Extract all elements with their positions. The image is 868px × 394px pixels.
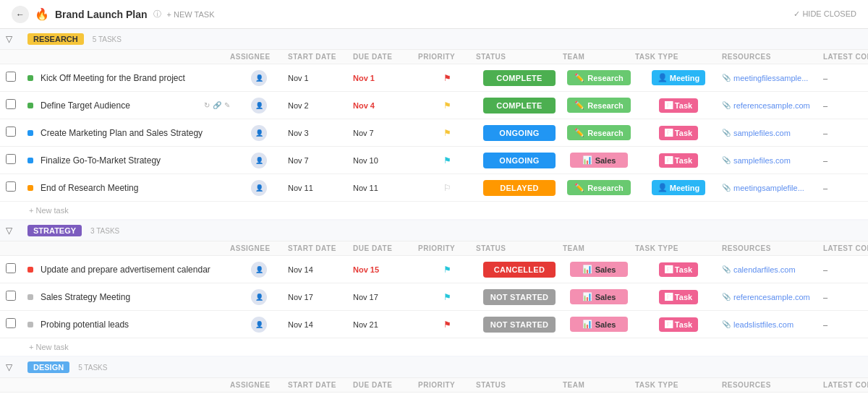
status-cell: ONGOING xyxy=(476,125,563,141)
top-bar: ← 🔥 Brand Launch Plan ⓘ + NEW TASK ✓ HID… xyxy=(0,0,868,29)
priority-flag: ⚑ xyxy=(443,128,451,138)
priority-flag: ⚑ xyxy=(443,292,451,302)
task-checkbox[interactable] xyxy=(6,99,16,109)
task-checkbox[interactable] xyxy=(6,181,16,192)
team-cell: 📊 Sales xyxy=(563,153,635,168)
comment-cell: – xyxy=(823,74,868,82)
section-research: ▽ RESEARCH 5 TASKS ASSIGNEE START DATE D… xyxy=(0,29,868,219)
priority-flag: ⚑ xyxy=(443,265,451,275)
resources-cell: 📎referencesample.com xyxy=(722,293,823,301)
task-checkbox[interactable] xyxy=(6,318,16,328)
comment-cell: – xyxy=(823,156,868,165)
section-design: ▽ DESIGN 5 TASKS ASSIGNEE START DATE DUE… xyxy=(0,357,868,394)
task-checkbox[interactable] xyxy=(6,291,16,301)
task-type-cell: 🅿 Task xyxy=(635,290,722,304)
resources-cell: 📎referencesample.com xyxy=(722,101,823,110)
col-status: STATUS xyxy=(476,53,563,61)
strategy-tag: STRATEGY xyxy=(27,225,82,236)
team-badge: 📊 Sales xyxy=(570,317,628,332)
task-icon: ↻ xyxy=(204,101,210,109)
comment-cell: – xyxy=(823,320,868,329)
design-toggle[interactable]: ▽ xyxy=(6,362,27,372)
due-date: Nov 15 xyxy=(353,265,418,274)
new-task-button[interactable]: + NEW TASK xyxy=(167,10,215,19)
start-date: Nov 17 xyxy=(288,293,353,301)
task-checkbox[interactable] xyxy=(6,72,16,82)
start-date: Nov 14 xyxy=(288,320,353,329)
status-cell: DELAYED xyxy=(476,180,563,196)
task-name: Define Target Audience ↻ 🔗 ✎ xyxy=(27,100,230,111)
task-dot xyxy=(27,294,33,300)
task-name: Sales Strategy Meeting xyxy=(27,292,230,302)
start-date: Nov 2 xyxy=(288,101,353,110)
task-type-cell: 🅿 Task xyxy=(635,317,722,332)
add-research-task[interactable]: + New task xyxy=(0,202,868,219)
avatar: 👤 xyxy=(251,289,267,305)
team-badge: 📊 Sales xyxy=(570,289,628,304)
comment-cell: – xyxy=(823,265,868,274)
priority-cell: ⚑ xyxy=(418,100,476,111)
col-resources: RESOURCES xyxy=(722,53,823,61)
task-type-cell: 🅿 Task xyxy=(635,262,722,277)
col-due-date: DUE DATE xyxy=(353,53,418,61)
table-row: Sales Strategy Meeting 👤 Nov 17 Nov 17 ⚑… xyxy=(0,283,868,311)
task-checkbox[interactable] xyxy=(6,263,16,273)
top-bar-left: ← 🔥 Brand Launch Plan ⓘ + NEW TASK xyxy=(12,6,215,23)
due-date: Nov 10 xyxy=(353,156,418,165)
resources-cell: 📎meetingsamplefile... xyxy=(722,184,823,192)
priority-flag: ⚐ xyxy=(443,183,451,193)
status-cell: NOT STARTED xyxy=(476,317,563,333)
task-type-cell: 🅿 Task xyxy=(635,98,722,113)
design-tag: DESIGN xyxy=(27,361,69,373)
resources-cell: 📎meetingfilessample... xyxy=(722,74,823,82)
comment-cell: – xyxy=(823,129,868,137)
task-name: End of Research Meeting xyxy=(27,183,230,193)
task-type-badge: 🅿 Task xyxy=(659,262,698,277)
task-checkbox[interactable] xyxy=(6,127,16,137)
strategy-col-headers: ASSIGNEE START DATE DUE DATE PRIORITY ST… xyxy=(0,241,868,256)
due-date: Nov 21 xyxy=(353,320,418,329)
team-cell: ✏️ Research xyxy=(563,180,635,195)
table-row: Create Marketing Plan and Sales Strategy… xyxy=(0,119,868,147)
section-research-header: ▽ RESEARCH 5 TASKS xyxy=(0,29,868,50)
back-button[interactable]: ← xyxy=(12,6,29,23)
assignee-cell: 👤 xyxy=(230,153,288,168)
start-date: Nov 7 xyxy=(288,156,353,165)
resources-cell: 📎samplefiles.com xyxy=(722,129,823,137)
task-link-icon: 🔗 xyxy=(213,101,221,109)
team-badge: ✏️ Research xyxy=(567,98,631,113)
col-priority: PRIORITY xyxy=(418,53,476,61)
team-cell: 📊 Sales xyxy=(563,289,635,304)
strategy-toggle[interactable]: ▽ xyxy=(6,226,27,236)
page-emoji: 🔥 xyxy=(35,7,49,21)
info-icon[interactable]: ⓘ xyxy=(153,9,161,20)
add-strategy-task[interactable]: + New task xyxy=(0,338,868,356)
hide-closed-button[interactable]: ✓ HIDE CLOSED xyxy=(793,9,856,19)
table-row: Kick Off Meeting for the Brand project 👤… xyxy=(0,64,868,92)
comment-cell: – xyxy=(823,293,868,301)
start-date: Nov 1 xyxy=(288,74,353,82)
task-name: Finalize Go-To-Market Strategy xyxy=(27,155,230,166)
col-start-date: START DATE xyxy=(288,53,353,61)
assignee-cell: 👤 xyxy=(230,180,288,196)
status-badge: COMPLETE xyxy=(483,70,556,86)
table-row: Probing potential leads 👤 Nov 14 Nov 21 … xyxy=(0,311,868,338)
task-type-badge: 🅿 Task xyxy=(659,290,698,304)
strategy-task-count: 3 TASKS xyxy=(90,227,119,235)
task-dot xyxy=(27,267,33,273)
table-row: End of Research Meeting 👤 Nov 11 Nov 11 … xyxy=(0,174,868,202)
avatar: 👤 xyxy=(251,153,267,168)
task-type-cell: 👤 Meeting xyxy=(635,70,722,85)
research-col-headers: ASSIGNEE START DATE DUE DATE PRIORITY ST… xyxy=(0,50,868,64)
priority-cell: ⚑ xyxy=(418,292,476,302)
priority-flag: ⚑ xyxy=(443,155,451,166)
task-type-cell: 🅿 Task xyxy=(635,126,722,140)
priority-cell: ⚑ xyxy=(418,128,476,138)
assignee-cell: 👤 xyxy=(230,98,288,114)
priority-cell: ⚑ xyxy=(418,320,476,330)
research-toggle[interactable]: ▽ xyxy=(6,34,27,44)
status-cell: ONGOING xyxy=(476,153,563,168)
task-checkbox[interactable] xyxy=(6,154,16,164)
team-cell: 📊 Sales xyxy=(563,317,635,332)
start-date: Nov 11 xyxy=(288,184,353,192)
